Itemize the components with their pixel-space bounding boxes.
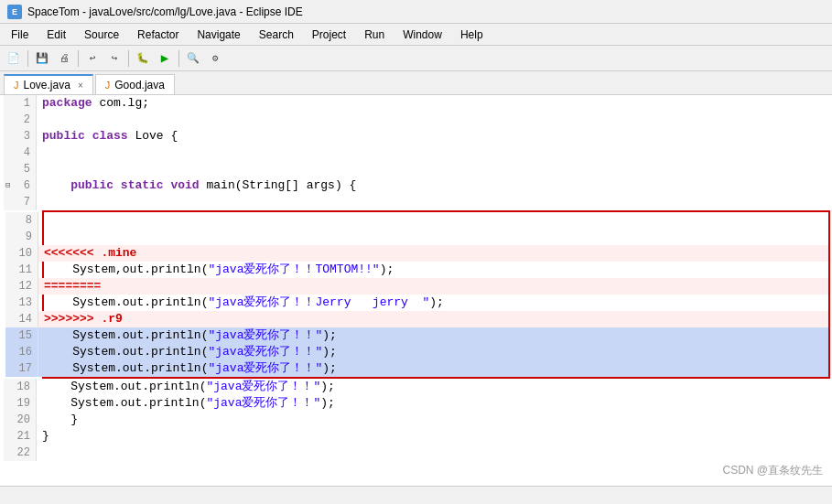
line-content-21: } [42, 428, 832, 445]
line-content-18: System.out.println("java爱死你了！！"); [42, 379, 832, 395]
code-line-12: 12 ======== [5, 278, 828, 295]
line-num-5: 5 [4, 161, 37, 177]
menu-search[interactable]: Search [252, 27, 301, 43]
window-title: SpaceTom - javaLove/src/com/lg/Love.java… [27, 5, 303, 18]
toolbar-sep-1 [27, 50, 28, 67]
code-line-17: 17 System.out.println("java爱死你了！！"); [5, 360, 828, 377]
line-content-6: public static void main(String[] args) { [42, 177, 832, 194]
toolbar-save[interactable]: 💾 [32, 48, 52, 69]
toolbar-run[interactable]: ▶ [155, 48, 175, 69]
toolbar-new[interactable]: 📄 [4, 48, 24, 69]
toolbar-settings[interactable]: ⚙ [205, 48, 225, 69]
code-line-2: 2 [4, 112, 832, 128]
line-content-19: System.out.println("java爱死你了！！"); [42, 395, 832, 412]
line-num-1: 1 [4, 95, 37, 112]
line-num-7: 7 [4, 194, 37, 210]
tab-close-love[interactable]: × [78, 80, 83, 91]
toolbar-sep-4 [178, 50, 179, 67]
line-num-2: 2 [4, 112, 37, 128]
line-content-3: public class Love { [42, 128, 832, 145]
line-num-16: 16 [5, 344, 38, 360]
line-content-12: ======== [44, 278, 828, 295]
line-content-1: package com.lg; [42, 95, 832, 112]
line-num-4: 4 [4, 145, 37, 161]
code-line-8: 8 [5, 212, 828, 229]
line-num-9: 9 [5, 229, 38, 245]
app-icon: E [7, 5, 22, 19]
menu-navigate[interactable]: Navigate [189, 27, 247, 43]
line-content-5 [42, 161, 832, 177]
toolbar-redo[interactable]: ↪ [104, 48, 124, 69]
code-line-3: 3 public class Love { [4, 128, 832, 145]
line-content-8 [44, 212, 828, 229]
menu-refactor[interactable]: Refactor [130, 27, 186, 43]
code-line-6: 6⊟ public static void main(String[] args… [4, 177, 832, 194]
line-num-18: 18 [4, 379, 37, 395]
line-content-10: <<<<<<< .mine [44, 245, 828, 262]
code-line-21: 21 } [4, 428, 832, 445]
code-line-15: 15 System.out.println("java爱死你了！！"); [5, 327, 828, 344]
menu-run[interactable]: Run [357, 27, 392, 43]
tab-icon-good: J [105, 80, 111, 91]
toolbar-sep-3 [128, 50, 129, 67]
toolbar-debug[interactable]: 🐛 [133, 48, 153, 69]
line-num-19: 19 [4, 395, 37, 412]
toolbar: 📄 💾 🖨 ↩ ↪ 🐛 ▶ 🔍 ⚙ [0, 46, 832, 71]
menu-bar: File Edit Source Refactor Navigate Searc… [0, 24, 832, 46]
editor-area[interactable]: 1 package com.lg; 2 3 public class Love … [0, 95, 832, 486]
code-line-14: 14 >>>>>>> .r9 [5, 311, 828, 327]
tab-icon-love: J [14, 80, 19, 91]
code-line-10: 10 <<<<<<< .mine [5, 245, 828, 262]
line-num-15: 15 [5, 327, 38, 344]
line-num-10: 10 [5, 245, 38, 262]
code-line-16: 16 System.out.println("java爱死你了！！"); [5, 344, 828, 360]
line-num-21: 21 [4, 428, 37, 445]
line-num-3: 3 [4, 128, 37, 145]
line-num-6: 6⊟ [4, 177, 37, 194]
line-num-13: 13 [5, 295, 38, 311]
line-num-17: 17 [5, 360, 38, 377]
menu-edit[interactable]: Edit [39, 27, 73, 43]
tab-bar: J Love.java × J Good.java [0, 71, 832, 95]
line-content-9 [44, 229, 828, 245]
tab-good-java[interactable]: J Good.java [95, 74, 175, 94]
code-line-22: 22 [4, 445, 832, 461]
code-line-9: 9 [5, 229, 828, 245]
line-content-17: System.out.println("java爱死你了！！"); [44, 360, 828, 377]
code-line-1: 1 package com.lg; [4, 95, 832, 112]
menu-project[interactable]: Project [305, 27, 353, 43]
line-content-7 [42, 194, 832, 210]
conflict-block: 8 9 10 <<<<<<< .mine 11 System,out.print [42, 210, 830, 379]
menu-help[interactable]: Help [453, 27, 491, 43]
code-line-13: 13 System.out.println("java爱死你了！！Jerry j… [5, 295, 828, 311]
tab-label-good: Good.java [114, 79, 165, 91]
line-num-22: 22 [4, 445, 37, 461]
code-line-19: 19 System.out.println("java爱死你了！！"); [4, 395, 832, 412]
line-num-12: 12 [5, 278, 38, 295]
code-line-4: 4 [4, 145, 832, 161]
code-line-11: 11 System,out.println("java爱死你了！！TOMTOM!… [5, 262, 828, 278]
toolbar-print[interactable]: 🖨 [54, 48, 74, 69]
line-content-11: System,out.println("java爱死你了！！TOMTOM!!")… [44, 262, 828, 278]
code-lines: 1 package com.lg; 2 3 public class Love … [4, 95, 832, 461]
line-content-4 [42, 145, 832, 161]
line-num-20: 20 [4, 412, 37, 428]
status-bar [0, 486, 832, 504]
line-content-22 [42, 445, 832, 461]
toolbar-search[interactable]: 🔍 [183, 48, 203, 69]
toolbar-undo[interactable]: ↩ [82, 48, 103, 69]
menu-file[interactable]: File [4, 27, 36, 43]
code-content[interactable]: 1 package com.lg; 2 3 public class Love … [0, 95, 832, 486]
menu-source[interactable]: Source [77, 27, 126, 43]
line-content-2 [42, 112, 832, 128]
code-line-18: 18 System.out.println("java爱死你了！！"); [4, 379, 832, 395]
line-num-8: 8 [5, 212, 38, 229]
line-content-13: System.out.println("java爱死你了！！Jerry jerr… [44, 295, 828, 311]
menu-window[interactable]: Window [395, 27, 449, 43]
line-content-16: System.out.println("java爱死你了！！"); [44, 344, 828, 360]
code-line-20: 20 } [4, 412, 832, 428]
code-line-7: 7 [4, 194, 832, 210]
tab-love-java[interactable]: J Love.java × [4, 74, 93, 94]
title-bar: E SpaceTom - javaLove/src/com/lg/Love.ja… [0, 0, 832, 24]
toolbar-sep-2 [78, 50, 79, 67]
